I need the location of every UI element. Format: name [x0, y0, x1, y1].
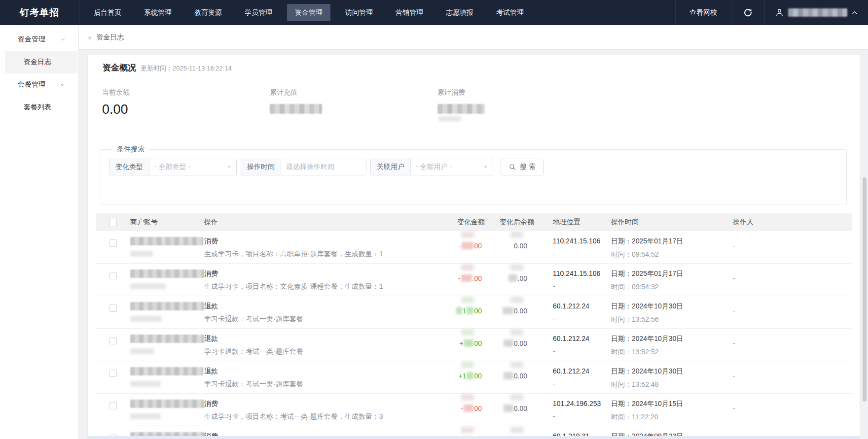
sidebar-item-label: 套餐管理: [18, 80, 45, 89]
amount-text: -: [458, 274, 461, 282]
operation-cell: 退款学习卡退款：考试一类·题库套餐: [204, 334, 443, 356]
vertical-scrollbar-thumb[interactable]: [863, 177, 867, 402]
amount-text: -: [459, 242, 462, 250]
stat-label: 累计充值: [270, 88, 437, 97]
operate-time-cell: 日期：2024年10月15日时间：11:22:20: [608, 399, 725, 421]
operation-cell: 消费生成学习卡，项目名称：考试一类·题库套餐，生成数量：3: [204, 399, 443, 421]
nav-item-3[interactable]: 教育资源: [186, 4, 230, 21]
nav-menu: 后台首页系统管理教育资源学员管理资金管理访问管理营销管理志愿填报考试管理: [79, 0, 535, 25]
account-redacted: [130, 270, 204, 278]
operator-cell: -: [725, 301, 852, 324]
sidebar-item-4[interactable]: 套餐列表: [0, 96, 78, 119]
filter-select-3[interactable]: 关联用户- 全部用户 -▼: [370, 159, 493, 175]
sidebar-item-label: 资金管理: [18, 35, 45, 44]
operator-cell: -: [725, 236, 852, 259]
redaction-smudge: [461, 297, 474, 303]
nav-item-8[interactable]: 志愿填报: [438, 4, 481, 21]
nav-item-5[interactable]: 资金管理: [287, 4, 330, 21]
sidebar-item-3[interactable]: 套餐管理: [0, 73, 78, 96]
geo-sub: -: [553, 380, 608, 388]
stat-value-redacted: [270, 104, 322, 114]
view-school-label: 查看网校: [689, 8, 717, 17]
column-header-4: 变化后余额: [485, 218, 534, 227]
app-root: 钉考单招 后台首页系统管理教育资源学员管理资金管理访问管理营销管理志愿填报考试管…: [0, 0, 868, 439]
balance-after-cell: .00: [485, 269, 534, 291]
row-checkbox[interactable]: [109, 239, 117, 247]
row-checkbox-cell: [96, 366, 130, 389]
balance-after-cell: 0.00: [485, 236, 534, 259]
refresh-icon: [743, 8, 753, 17]
search-icon: [508, 163, 516, 171]
ip-address: 110.241.15.106: [553, 269, 608, 278]
operate-date: 日期：2025年01月17日: [611, 236, 725, 246]
column-header-3: 变化金额: [443, 218, 485, 227]
geo-location-cell: 60.1.212.24-: [534, 366, 608, 389]
sidebar-item-2[interactable]: 资金日志: [5, 51, 77, 73]
table-row: 消费生成学习卡，项目名称：考试一类·题库套餐，生成数量：3-000.00101.…: [96, 394, 852, 426]
row-checkbox-cell: [96, 301, 130, 324]
nav-right: 查看网校: [675, 0, 868, 25]
stats-row: 当前余额0.00累计充值累计消费: [102, 88, 852, 121]
breadcrumb-separator-icon: »: [88, 33, 92, 41]
content-area: 资金概况 更新时间：2025-11-13 16:22:14 当前余额0.00累计…: [79, 50, 868, 439]
balance-after-cell: 0.00: [485, 366, 534, 389]
filter-input-2[interactable]: 操作时间请选择操作时间: [241, 159, 366, 175]
change-amount-cell: +100: [443, 366, 485, 389]
nav-item-4[interactable]: 学员管理: [237, 4, 280, 21]
change-amount-cell: -00: [443, 399, 485, 421]
amount-text: 00: [474, 372, 482, 380]
view-school-button[interactable]: 查看网校: [675, 0, 731, 25]
stat-value: 0.00: [102, 102, 270, 117]
horizontal-scrollbar[interactable]: [87, 436, 860, 439]
nav-item-7[interactable]: 营销管理: [388, 4, 431, 21]
account-redacted-sub: [130, 413, 161, 419]
row-checkbox[interactable]: [109, 304, 117, 312]
fund-card: 资金概况 更新时间：2025-11-13 16:22:14 当前余额0.00累计…: [87, 55, 860, 439]
row-checkbox[interactable]: [109, 272, 117, 279]
redacted-digits: [462, 242, 473, 249]
ip-address: 60.1.212.24: [553, 334, 608, 343]
nav-item-6[interactable]: 访问管理: [337, 4, 381, 21]
row-checkbox[interactable]: [109, 337, 117, 344]
row-checkbox-cell: [96, 236, 130, 259]
column-header-5: 地理位置: [534, 218, 608, 227]
table-row: 消费生成学习卡，项目名称：高职单招·题库套餐，生成数量：1-000.00110.…: [96, 231, 852, 264]
ip-address: 60.1.212.24: [553, 366, 608, 376]
amount-text: .00: [472, 274, 482, 282]
operation-desc: 生成学习卡，项目名称：文化素质·课程套餐，生成数量：1: [204, 281, 443, 291]
dropdown-caret-icon: ▼: [227, 165, 231, 169]
stat-1: 当前余额0.00: [102, 88, 270, 121]
merchant-account-cell: [130, 269, 204, 291]
search-button[interactable]: 搜 索: [501, 159, 543, 175]
filter-label: 关联用户: [371, 159, 411, 175]
select-all-checkbox[interactable]: [109, 219, 117, 226]
account-redacted: [130, 237, 203, 245]
nav-item-2[interactable]: 系统管理: [136, 4, 180, 21]
table-row: 退款学习卡退款：考试一类·题库套餐+000.0060.1.212.24-日期：2…: [96, 329, 852, 361]
merchant-account-cell: [130, 366, 204, 389]
row-checkbox-cell: [96, 399, 130, 421]
sidebar-item-label: 套餐列表: [24, 103, 51, 112]
nav-item-9[interactable]: 考试管理: [488, 4, 532, 21]
filter-select-1[interactable]: 变化类型- 全部类型 -▼: [109, 159, 237, 175]
geo-sub: -: [553, 282, 608, 290]
user-menu[interactable]: [764, 0, 868, 25]
redacted-digits: [504, 405, 513, 412]
refresh-button[interactable]: [731, 0, 764, 25]
nav-item-1[interactable]: 后台首页: [86, 4, 129, 21]
amount-text: 0.00: [514, 405, 527, 412]
stat-value-redacted: [437, 104, 485, 114]
operation-desc: 学习卡退款：考试一类·题库套餐: [204, 314, 443, 324]
search-button-label: 搜 索: [520, 163, 536, 171]
amount-text: 0.00: [514, 339, 527, 347]
sidebar-item-1[interactable]: 资金管理: [0, 28, 78, 51]
row-checkbox[interactable]: [109, 370, 117, 377]
filter-value-text: - 全部类型 -: [154, 163, 190, 171]
operation-type: 消费: [204, 399, 443, 408]
row-checkbox[interactable]: [109, 402, 117, 409]
operation-desc: 学习卡退款：考试一类·题库套餐: [204, 346, 443, 356]
operate-date: 日期：2024年10月30日: [611, 366, 725, 376]
amount-text: 1: [463, 307, 467, 315]
column-header-7: 操作人: [725, 218, 852, 227]
operation-type: 消费: [204, 269, 443, 278]
